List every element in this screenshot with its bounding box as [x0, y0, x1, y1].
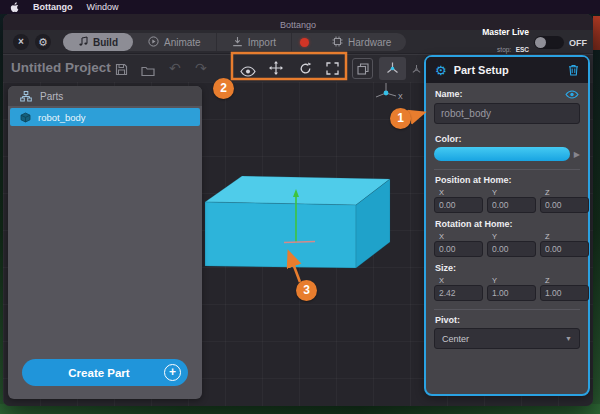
parts-panel: Parts robot_body Create Part + — [8, 86, 202, 399]
rotation-y-input[interactable] — [487, 241, 536, 257]
part-list-item[interactable]: robot_body — [10, 108, 200, 126]
redo-icon[interactable]: ↷ — [195, 61, 207, 75]
annotation-step-3: 3 — [296, 280, 317, 301]
close-button[interactable]: × — [13, 34, 29, 50]
master-live-esc-key: ESC — [516, 46, 529, 53]
part-setup-panel: ⚙ Part Setup Name: Color: ▶ Position at … — [424, 55, 590, 396]
annotation-step-2: 2 — [213, 78, 234, 99]
create-part-label: Create Part — [34, 367, 164, 379]
divider — [434, 309, 580, 310]
apple-menu-icon[interactable] — [10, 2, 19, 13]
parts-panel-header: Parts — [8, 86, 202, 106]
size-y-label: Y — [492, 276, 497, 285]
rotation-x-input[interactable] — [434, 241, 483, 257]
axis-x-label: X — [398, 93, 403, 100]
position-x-input[interactable] — [434, 197, 483, 213]
pivot-dropdown[interactable]: Center ▼ — [434, 328, 580, 349]
part-setup-header: ⚙ Part Setup — [426, 57, 588, 83]
size-x-input[interactable] — [434, 285, 483, 301]
tab-hardware-label: Hardware — [348, 37, 391, 48]
build-icon — [78, 36, 88, 49]
tab-animate-label: Animate — [164, 37, 201, 48]
undo-icon[interactable]: ↶ — [169, 61, 181, 75]
rotation-z-input[interactable] — [540, 241, 589, 257]
tab-import-label: Import — [248, 37, 276, 48]
open-folder-icon[interactable] — [141, 63, 155, 81]
scale-tool-icon[interactable] — [326, 61, 339, 79]
toggle-knob — [535, 37, 546, 48]
color-swatch[interactable] — [434, 147, 570, 161]
name-input[interactable] — [434, 103, 580, 124]
rotate-tool-icon[interactable] — [299, 61, 312, 79]
master-live-stop-label: stop: — [497, 46, 511, 53]
gizmo-mode-button[interactable] — [379, 57, 406, 80]
parts-panel-title: Parts — [40, 91, 63, 102]
size-x-label: X — [439, 276, 444, 285]
cube-icon — [20, 112, 31, 123]
position-z-label: Z — [545, 188, 550, 197]
master-live-label: Master Live — [482, 28, 529, 38]
size-z-input[interactable] — [540, 285, 589, 301]
gear-icon: ⚙ — [435, 63, 447, 78]
rotation-y-label: Y — [492, 232, 497, 241]
part-item-label: robot_body — [38, 112, 86, 123]
create-part-button[interactable]: Create Part + — [22, 359, 188, 386]
size-label: Size: — [435, 263, 456, 273]
master-live-toggle[interactable] — [534, 36, 564, 49]
import-icon — [232, 36, 243, 49]
duplicate-button[interactable] — [352, 58, 373, 79]
pivot-value: Center — [442, 334, 565, 344]
settings-gear-button[interactable]: ⚙ — [35, 34, 51, 50]
delete-part-trash-icon[interactable] — [568, 64, 579, 76]
tab-build-label: Build — [93, 37, 118, 48]
position-y-input[interactable] — [487, 197, 536, 213]
master-live-state: OFF — [569, 38, 587, 48]
menu-app-name[interactable]: Bottango — [33, 2, 73, 12]
tab-import[interactable]: Import — [217, 33, 292, 51]
color-label: Color: — [435, 134, 462, 144]
orientation-gizmo[interactable]: X — [369, 82, 409, 108]
size-y-input[interactable] — [487, 285, 536, 301]
mode-tab-group: Build Animate Import Hardware — [63, 33, 406, 51]
master-live-text: Master Live stop: ESC — [482, 28, 529, 56]
hierarchy-icon — [20, 91, 32, 102]
position-label: Position at Home: — [435, 175, 512, 185]
color-expand-arrow-icon[interactable]: ▶ — [574, 150, 580, 159]
play-icon — [148, 36, 159, 49]
window-title: Bottango — [280, 20, 316, 30]
visibility-eye-icon[interactable] — [240, 63, 256, 81]
master-live-control: Master Live stop: ESC OFF — [482, 32, 587, 53]
size-z-label: Z — [545, 276, 550, 285]
chip-icon — [332, 36, 343, 49]
tab-build[interactable]: Build — [63, 33, 133, 51]
tab-animate[interactable]: Animate — [133, 33, 217, 51]
menu-window[interactable]: Window — [87, 2, 119, 12]
pivot-axes-icon[interactable] — [411, 61, 422, 79]
rotation-z-label: Z — [545, 232, 550, 241]
pivot-label: Pivot: — [435, 315, 460, 325]
record-indicator-dot — [300, 38, 309, 47]
position-y-label: Y — [492, 188, 497, 197]
name-label: Name: — [435, 89, 463, 99]
robot-body-mesh[interactable] — [205, 176, 390, 268]
save-icon[interactable] — [115, 62, 128, 80]
position-x-label: X — [439, 188, 444, 197]
plus-icon: + — [164, 364, 181, 381]
name-visibility-eye-icon[interactable] — [565, 90, 579, 99]
bottango-window: Bottango × ⚙ Build Animate Import Hardwa… — [3, 14, 593, 406]
tab-hardware[interactable]: Hardware — [317, 33, 406, 51]
annotation-step-1: 1 — [390, 108, 411, 129]
color-picker-bar[interactable]: ▶ — [434, 147, 580, 161]
position-z-input[interactable] — [540, 197, 589, 213]
rotation-x-label: X — [439, 232, 444, 241]
move-tool-icon[interactable] — [269, 61, 283, 79]
part-setup-title: Part Setup — [454, 64, 561, 76]
main-toolbar: × ⚙ Build Animate Import Hardware — [3, 30, 593, 54]
rotation-label: Rotation at Home: — [435, 219, 513, 229]
project-title: Untitled Project — [11, 60, 111, 75]
desktop-wallpaper-patch — [593, 16, 600, 50]
divider — [434, 169, 580, 170]
chevron-down-icon: ▼ — [565, 335, 572, 342]
menu-bar: Bottango Window — [0, 0, 600, 14]
